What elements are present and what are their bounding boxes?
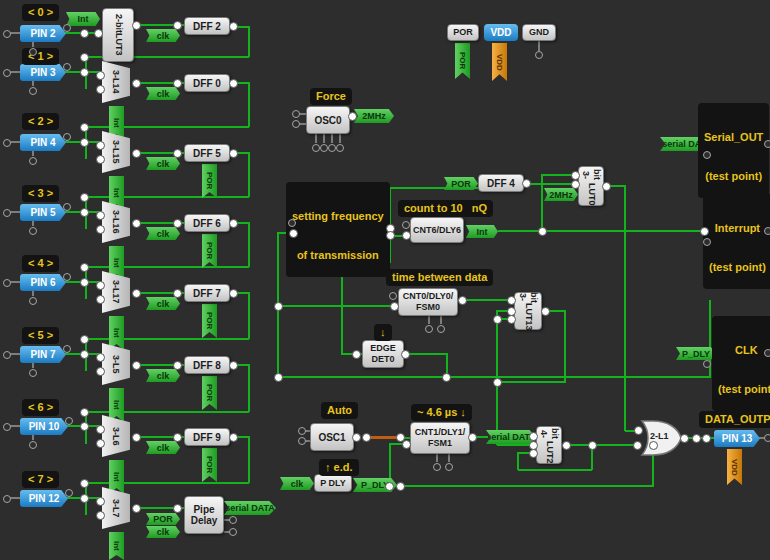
dff8-block[interactable]: DFF 8 (184, 356, 230, 374)
p-dly-block[interactable]: P DLY (314, 474, 352, 492)
net-ribbon-por[interactable]: POR (202, 304, 217, 338)
mux-3-l16[interactable]: 3-L16 (102, 201, 130, 243)
lut13-block[interactable]: 3-bitLUT13 (514, 292, 542, 330)
lut3-block[interactable]: 2-bitLUT3 (102, 8, 134, 62)
pin-stub (29, 297, 37, 305)
junction-dot (80, 138, 89, 147)
dff7-block[interactable]: DFF 7 (184, 284, 230, 302)
pin-10[interactable]: PIN 10 (20, 418, 68, 435)
pin-stub (3, 139, 11, 147)
net-tag-serial-data[interactable]: serial DATA (224, 501, 276, 515)
junction-dot (362, 433, 371, 442)
net-tag-2mhz[interactable]: 2MHz (544, 188, 578, 201)
mux-3-l5[interactable]: 3-L5 (102, 343, 130, 385)
or-gate-2-l1[interactable]: 2-L1 (640, 420, 682, 456)
net-tag-clk[interactable]: clk (146, 369, 180, 382)
mux-3-l7[interactable]: 3-L7 (102, 487, 130, 529)
pin-3[interactable]: PIN 3 (20, 64, 66, 81)
junction-dot (132, 79, 141, 88)
mux-3-l14[interactable]: 3-L14 (102, 61, 130, 103)
net-ribbon-por[interactable]: POR (202, 376, 217, 410)
lut0-block[interactable]: 3-bitLUT0 (578, 166, 604, 206)
dff4-block[interactable]: DFF 4 (478, 174, 524, 192)
net-tag-clk[interactable]: clk (146, 227, 180, 240)
net-tag-clk[interactable]: clk (146, 157, 180, 170)
junction-dot (96, 497, 105, 506)
vdd-block[interactable]: VDD (484, 24, 518, 41)
net-tag-clk[interactable]: clk (146, 29, 180, 42)
lut2-block[interactable]: 4-bitLUT2 (536, 426, 562, 464)
junction-dot (348, 112, 357, 121)
mux-3-l6[interactable]: 3-L6 (102, 415, 130, 457)
pin-stub (63, 24, 71, 32)
mux-3-l17[interactable]: 3-L17 (102, 271, 130, 313)
data-output-label: DATA_OUTPUT (699, 411, 770, 428)
net-ribbon-vdd[interactable]: VDD (727, 449, 742, 485)
mux-3-l15[interactable]: 3-L15 (102, 131, 130, 173)
lut0-label-1: 3-bit (580, 167, 602, 183)
net-ribbon-int[interactable]: Int (109, 388, 124, 422)
schematic-canvas[interactable]: < 0 > PIN 2 Int 2-bitLUT3 clk DFF 2 < 1 … (0, 0, 770, 560)
dff6-block[interactable]: DFF 6 (184, 214, 230, 232)
net-ribbon-int[interactable]: Int (109, 316, 124, 350)
gnd-block[interactable]: GND (522, 24, 556, 41)
net-ribbon-vdd[interactable]: VDD (492, 43, 507, 81)
junction-dot (507, 315, 516, 324)
junction-dot (529, 432, 538, 441)
dff5-block[interactable]: DFF 5 (184, 144, 230, 162)
net-tag-clk[interactable]: clk (146, 297, 180, 310)
pin-5[interactable]: PIN 5 (20, 204, 66, 221)
pin-stub (312, 144, 320, 152)
pin-13[interactable]: PIN 13 (714, 430, 760, 447)
pin-4[interactable]: PIN 4 (20, 134, 66, 151)
pipe-delay-block[interactable]: Pipe Delay (184, 496, 224, 534)
junction-dot (80, 335, 89, 344)
cnt6-dly6-block[interactable]: CNT6/DLY6 (410, 217, 464, 243)
junction-dot (634, 426, 643, 435)
dff2-block[interactable]: DFF 2 (184, 17, 230, 35)
net-tag-clk[interactable]: clk (146, 526, 180, 538)
net-ribbon-por[interactable]: POR (202, 164, 217, 198)
por-block[interactable]: POR (447, 24, 479, 41)
pin-stub (29, 87, 37, 95)
osc1-block[interactable]: OSC1 (310, 423, 354, 451)
dff0-block[interactable]: DFF 0 (184, 74, 230, 92)
junction-dot (96, 225, 105, 234)
pin-2[interactable]: PIN 2 (20, 25, 66, 42)
junction-dot (96, 141, 105, 150)
pin-7[interactable]: PIN 7 (20, 346, 66, 363)
net-ribbon-int[interactable]: Int (109, 460, 124, 494)
junction-dot (493, 378, 502, 387)
pin-stub (3, 495, 11, 503)
net-tag-por[interactable]: POR (444, 177, 478, 190)
junction-dot (96, 511, 105, 520)
net-tag-clk[interactable]: clk (146, 441, 180, 454)
cnt0-dly0-fsm0-block[interactable]: CNT0/DLY0/ FSM0 (398, 288, 458, 316)
net-ribbon-por[interactable]: POR (202, 234, 217, 268)
net-tag-clk[interactable]: clk (280, 477, 314, 490)
wire (541, 174, 543, 232)
junction-dot (649, 441, 658, 450)
dff9-block[interactable]: DFF 9 (184, 428, 230, 446)
net-ribbon-int[interactable]: Int (109, 532, 124, 560)
edge-det0-block[interactable]: EDGE DET0 (362, 340, 404, 368)
net-tag-int[interactable]: Int (66, 12, 100, 26)
net-ribbon-por[interactable]: POR (455, 43, 470, 79)
net-tag-2mhz[interactable]: 2MHz (354, 109, 394, 123)
net-tag-int[interactable]: Int (466, 225, 498, 238)
net-ribbon-por[interactable]: POR (202, 448, 217, 482)
pin-12[interactable]: PIN 12 (20, 490, 68, 507)
net-tag-p-dly[interactable]: P_DLY (676, 347, 716, 360)
wire (564, 310, 566, 382)
net-tag-clk[interactable]: clk (146, 87, 180, 100)
cnt1-dly1-fsm1-block[interactable]: CNT1/DLY1/ FSM1 (410, 422, 470, 454)
junction-dot (396, 482, 405, 491)
osc0-block[interactable]: OSC0 (306, 106, 350, 134)
edge-det0-label-2: DET0 (371, 354, 394, 365)
freq-annotation-line2: of transmission (292, 249, 384, 262)
net-tag-por[interactable]: POR (146, 513, 180, 525)
junction-dot (229, 149, 238, 158)
usec-annotation: ~ 4.6 µs ↓ (411, 404, 472, 421)
pin-6[interactable]: PIN 6 (20, 274, 66, 291)
junction-dot (80, 408, 89, 417)
